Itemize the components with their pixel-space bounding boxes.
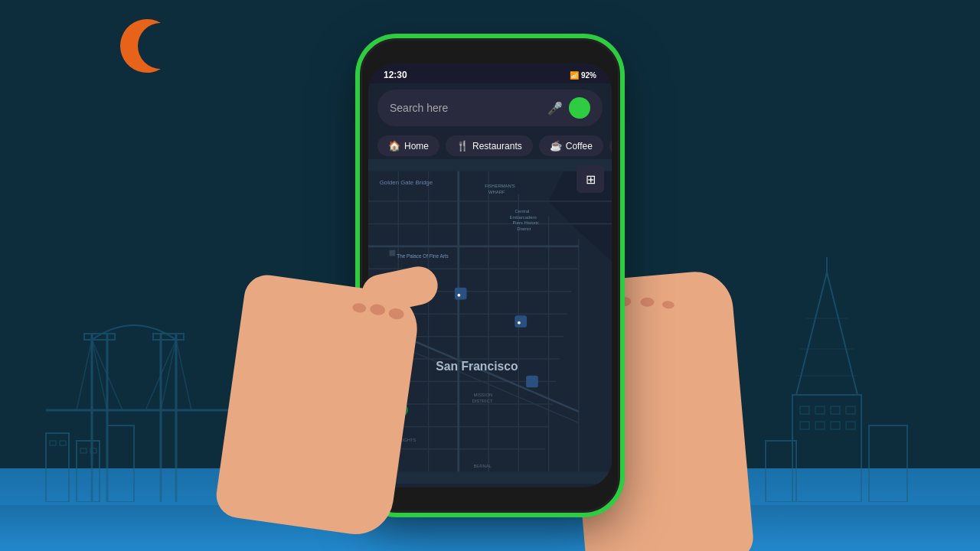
search-bar[interactable]: Search here 🎤: [377, 90, 603, 126]
phone-wrapper: 12:30 📶 92% Search here 🎤 🏠 Home: [314, 15, 666, 536]
svg-text:District: District: [517, 227, 531, 231]
search-placeholder: Search here: [390, 102, 541, 114]
svg-rect-17: [60, 441, 66, 445]
svg-rect-28: [815, 422, 825, 429]
layers-button[interactable]: ⊞: [577, 165, 604, 193]
status-icons: 📶 92%: [570, 71, 596, 80]
svg-rect-25: [831, 406, 840, 414]
svg-line-11: [161, 340, 176, 410]
tower-illustration: [750, 257, 934, 505]
svg-rect-24: [815, 406, 825, 414]
moon-icon: [119, 15, 180, 77]
coffee-icon: ☕: [550, 140, 562, 152]
svg-rect-31: [869, 425, 907, 502]
svg-line-8: [92, 340, 107, 410]
svg-line-7: [77, 340, 92, 410]
svg-text:Central: Central: [514, 209, 529, 214]
svg-rect-18: [80, 448, 87, 453]
status-time: 12:30: [384, 70, 407, 80]
svg-rect-16: [50, 441, 56, 445]
chip-bars[interactable]: 🍺 B: [609, 135, 612, 156]
category-chips: 🏠 Home 🍴 Restaurants ☕ Coffee 🍺 B: [368, 132, 612, 159]
chip-home-label: Home: [404, 141, 429, 152]
svg-text:WHARF: WHARF: [488, 190, 505, 194]
svg-rect-62: [389, 250, 395, 256]
hand-left: [214, 272, 422, 540]
svg-marker-20: [796, 272, 858, 395]
battery-level: 92%: [581, 71, 596, 80]
svg-text:Piers Historic: Piers Historic: [512, 220, 539, 225]
svg-line-10: [176, 340, 191, 410]
bridge-illustration: [31, 288, 245, 505]
svg-rect-30: [846, 422, 855, 429]
svg-text:BERNAL: BERNAL: [473, 464, 492, 468]
chip-coffee-label: Coffee: [566, 141, 593, 152]
status-bar: 12:30 📶 92%: [368, 64, 612, 83]
svg-text:●: ●: [517, 318, 521, 326]
home-icon: 🏠: [388, 140, 400, 152]
chip-restaurants[interactable]: 🍴 Restaurants: [446, 135, 533, 156]
chip-restaurants-label: Restaurants: [472, 141, 522, 152]
svg-text:Golden Gate Bridge: Golden Gate Bridge: [380, 179, 433, 186]
svg-rect-27: [800, 422, 809, 429]
svg-rect-22: [792, 395, 861, 502]
restaurant-icon: 🍴: [456, 140, 469, 152]
svg-rect-23: [800, 406, 809, 414]
mic-icon[interactable]: 🎤: [547, 101, 563, 116]
svg-rect-15: [107, 425, 134, 502]
svg-text:●: ●: [457, 291, 461, 298]
sim-icon: 📶: [570, 71, 579, 80]
svg-rect-74: [526, 376, 538, 388]
svg-rect-26: [846, 406, 855, 414]
svg-text:Embarcadero: Embarcadero: [510, 215, 537, 220]
svg-text:DISTRICT: DISTRICT: [472, 399, 493, 403]
svg-text:MISSION: MISSION: [473, 393, 492, 397]
svg-text:San Francisco: San Francisco: [436, 360, 518, 373]
green-active-dot: [569, 97, 590, 119]
chip-coffee[interactable]: ☕ Coffee: [539, 135, 603, 156]
chip-home[interactable]: 🏠 Home: [377, 135, 439, 156]
svg-text:The Palace Of Fine Arts: The Palace Of Fine Arts: [397, 253, 449, 259]
svg-rect-29: [831, 422, 840, 429]
layers-icon: ⊞: [586, 172, 596, 187]
svg-text:FISHERMAN'S: FISHERMAN'S: [485, 184, 515, 188]
